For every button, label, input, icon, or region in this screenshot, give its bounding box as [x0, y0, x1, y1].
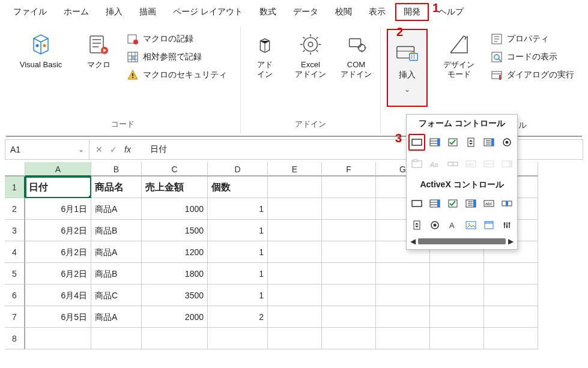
cell-C6[interactable]: 3500: [142, 285, 208, 306]
cell-D2[interactable]: 1: [208, 198, 268, 220]
excel-addins-button[interactable]: Excel アドイン: [292, 29, 329, 80]
view-code-button[interactable]: コードの表示: [490, 50, 580, 64]
macros-button[interactable]: マクロ: [80, 29, 117, 70]
cell[interactable]: [208, 328, 268, 349]
cell-F1[interactable]: [322, 176, 376, 198]
scroll-left-icon[interactable]: ◀: [410, 237, 416, 246]
cell-A6[interactable]: 6月4日: [25, 285, 91, 306]
menu-data[interactable]: データ: [286, 4, 326, 20]
cell-D3[interactable]: 1: [208, 220, 268, 241]
row-header-7[interactable]: 7: [5, 306, 25, 328]
ax-optionbutton-icon[interactable]: [426, 217, 443, 234]
cell[interactable]: [430, 263, 484, 285]
cell[interactable]: [268, 328, 322, 349]
cell-C3[interactable]: 1500: [142, 220, 208, 241]
cell-D1[interactable]: 個数: [208, 176, 268, 198]
cell[interactable]: [376, 285, 430, 306]
ax-checkbox-icon[interactable]: [444, 195, 461, 212]
menu-insert[interactable]: 挿入: [99, 4, 130, 20]
cell-E1[interactable]: [268, 176, 322, 198]
row-header-1[interactable]: 1: [5, 176, 25, 198]
scroll-right-icon[interactable]: ▶: [508, 237, 514, 246]
cell-B1[interactable]: 商品名: [91, 176, 142, 198]
form-button-icon[interactable]: [408, 134, 425, 151]
row-header-6[interactable]: 6: [5, 285, 25, 306]
cell[interactable]: [268, 263, 322, 285]
cell[interactable]: [91, 328, 142, 349]
form-combobox-icon[interactable]: [426, 134, 443, 151]
cell[interactable]: [430, 306, 484, 328]
cell-C1[interactable]: 売上金額: [142, 176, 208, 198]
col-header-E[interactable]: E: [268, 162, 322, 176]
addins-button[interactable]: アド イン: [247, 29, 283, 80]
cell-C4[interactable]: 1200: [142, 241, 208, 263]
cell-C5[interactable]: 1800: [142, 263, 208, 285]
col-header-D[interactable]: D: [208, 162, 268, 176]
menu-page-layout[interactable]: ページ レイアウト: [166, 4, 250, 20]
cell-C2[interactable]: 1000: [142, 198, 208, 220]
cell[interactable]: [484, 328, 538, 349]
fx-button[interactable]: fx: [124, 145, 131, 154]
dropdown-scrollbar[interactable]: ◀ ▶: [407, 237, 517, 246]
ax-image-icon[interactable]: [462, 217, 479, 234]
ax-scrollbar-icon[interactable]: [499, 195, 515, 212]
form-scrollbar-icon[interactable]: [444, 155, 461, 172]
cell[interactable]: [268, 220, 322, 241]
cell[interactable]: [376, 263, 430, 285]
ax-commandbutton-icon[interactable]: [408, 195, 425, 212]
menu-home[interactable]: ホーム: [56, 4, 96, 20]
cell-A7[interactable]: 6月5日: [25, 306, 91, 328]
cell-A1[interactable]: 日付: [25, 176, 91, 198]
menu-review[interactable]: 校閲: [328, 4, 359, 20]
cell[interactable]: [322, 263, 376, 285]
form-optionbutton-icon[interactable]: [499, 134, 515, 151]
col-header-C[interactable]: C: [142, 162, 208, 176]
cell-B6[interactable]: 商品C: [91, 285, 142, 306]
ax-textbox-icon[interactable]: abl: [480, 195, 497, 212]
cell-A2[interactable]: 6月1日: [25, 198, 91, 220]
cell[interactable]: [430, 285, 484, 306]
visual-basic-button[interactable]: Visual Basic: [11, 29, 71, 70]
accept-formula-icon[interactable]: ✓: [110, 145, 117, 154]
form-listbox-icon[interactable]: [480, 134, 497, 151]
insert-controls-button[interactable]: 挿入 ⌄: [387, 29, 428, 107]
ax-spinbutton-icon[interactable]: [408, 217, 425, 234]
com-addins-button[interactable]: COM アドイン: [338, 29, 374, 80]
cancel-formula-icon[interactable]: ✕: [95, 145, 103, 154]
menu-draw[interactable]: 描画: [132, 4, 163, 20]
cell-A3[interactable]: 6月2日: [25, 220, 91, 241]
form-spinbutton-icon[interactable]: [462, 134, 479, 151]
cell[interactable]: [322, 328, 376, 349]
scroll-track[interactable]: [418, 238, 506, 244]
menu-developer[interactable]: 開発: [395, 3, 429, 21]
col-header-F[interactable]: F: [322, 162, 376, 176]
cell[interactable]: [25, 328, 91, 349]
cell[interactable]: [322, 306, 376, 328]
ax-label-icon[interactable]: A: [444, 217, 461, 234]
cell[interactable]: [268, 285, 322, 306]
row-header-8[interactable]: 8: [5, 328, 25, 349]
menu-view[interactable]: 表示: [362, 4, 393, 20]
cell-A4[interactable]: 6月2日: [25, 241, 91, 263]
cell[interactable]: [322, 285, 376, 306]
cell[interactable]: [142, 328, 208, 349]
col-header-B[interactable]: B: [91, 162, 142, 176]
ax-morecontrols-icon[interactable]: [499, 217, 515, 234]
cell[interactable]: [484, 285, 538, 306]
properties-button[interactable]: プロパティ: [490, 32, 580, 46]
row-header-5[interactable]: 5: [5, 263, 25, 285]
menu-formulas[interactable]: 数式: [252, 4, 283, 20]
cell[interactable]: [484, 306, 538, 328]
cell-B4[interactable]: 商品A: [91, 241, 142, 263]
cell[interactable]: [376, 328, 430, 349]
macro-security-button[interactable]: マクロのセキュリティ: [126, 68, 234, 82]
row-header-3[interactable]: 3: [5, 220, 25, 241]
cell-B5[interactable]: 商品B: [91, 263, 142, 285]
cell-D5[interactable]: 1: [208, 263, 268, 285]
form-label-icon[interactable]: Aa: [426, 155, 443, 172]
form-checkbox-icon[interactable]: [444, 134, 461, 151]
cell-C7[interactable]: 2000: [142, 306, 208, 328]
form-groupbox-icon[interactable]: [408, 155, 425, 172]
name-box[interactable]: A1 ⌄: [5, 140, 89, 159]
cell-A5[interactable]: 6月2日: [25, 263, 91, 285]
